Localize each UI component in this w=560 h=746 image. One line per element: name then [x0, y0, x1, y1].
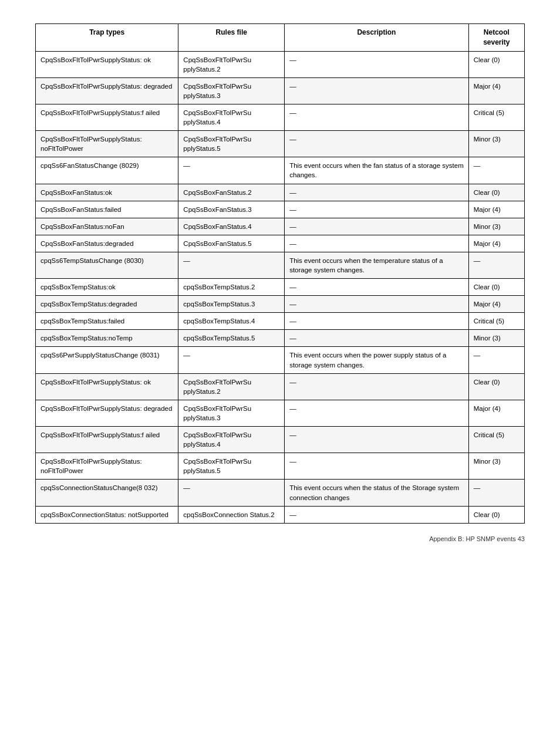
table-cell-7-2: —	[285, 218, 469, 235]
page-footer: Appendix B: HP SNMP events 43	[35, 535, 525, 542]
table-cell-14-1: —	[178, 347, 285, 373]
table-cell-10-3: Clear (0)	[468, 279, 524, 296]
table-cell-8-0: CpqSsBoxFanStatus:degraded	[36, 235, 178, 252]
table-cell-15-1: CpqSsBoxFltTolPwrSu pplyStatus.2	[178, 373, 285, 400]
table-cell-18-1: CpqSsBoxFltTolPwrSu pplyStatus.5	[178, 453, 285, 480]
table-cell-15-3: Clear (0)	[468, 373, 524, 400]
table-cell-11-2: —	[285, 296, 469, 313]
table-cell-11-1: cpqSsBoxTempStatus.3	[178, 296, 285, 313]
header-description: Description	[285, 24, 469, 52]
table-cell-8-2: —	[285, 235, 469, 252]
table-row: cpqSs6TempStatusChange (8030)—This event…	[36, 252, 525, 278]
table-row: CpqSsBoxFanStatus:noFanCpqSsBoxFanStatus…	[36, 218, 525, 235]
table-cell-12-0: cpqSsBoxTempStatus:failed	[36, 313, 178, 330]
table-row: CpqSsBoxFltTolPwrSupplyStatus: degradedC…	[36, 400, 525, 426]
table-cell-20-3: Clear (0)	[468, 506, 524, 523]
table-cell-10-1: cpqSsBoxTempStatus.2	[178, 279, 285, 296]
table-cell-17-3: Critical (5)	[468, 427, 524, 453]
table-cell-14-3: —	[468, 347, 524, 373]
table-cell-0-0: CpqSsBoxFltTolPwrSupplyStatus: ok	[36, 51, 178, 77]
table-cell-6-3: Major (4)	[468, 201, 524, 218]
table-cell-9-3: —	[468, 252, 524, 278]
table-cell-3-3: Minor (3)	[468, 131, 524, 157]
table-cell-16-0: CpqSsBoxFltTolPwrSupplyStatus: degraded	[36, 400, 178, 426]
table-row: CpqSsBoxFltTolPwrSupplyStatus: okCpqSsBo…	[36, 373, 525, 400]
table-cell-7-0: CpqSsBoxFanStatus:noFan	[36, 218, 178, 235]
table-cell-12-2: —	[285, 313, 469, 330]
table-row: cpqSsConnectionStatusChange(8 032)—This …	[36, 480, 525, 506]
footer-text: Appendix B: HP SNMP events 43	[429, 535, 525, 542]
table-cell-11-3: Major (4)	[468, 296, 524, 313]
table-cell-2-0: CpqSsBoxFltTolPwrSupplyStatus:f ailed	[36, 104, 178, 130]
table-row: cpqSsBoxConnectionStatus: notSupportedcp…	[36, 506, 525, 523]
table-cell-19-0: cpqSsConnectionStatusChange(8 032)	[36, 480, 178, 506]
table-row: cpqSsBoxTempStatus:noTempcpqSsBoxTempSta…	[36, 330, 525, 347]
page-container: Trap types Rules file Description Netcoo…	[35, 23, 525, 542]
table-cell-3-1: CpqSsBoxFltTolPwrSu pplyStatus.5	[178, 131, 285, 157]
table-cell-1-1: CpqSsBoxFltTolPwrSu pplyStatus.3	[178, 77, 285, 104]
table-cell-4-2: This event occurs when the fan status of…	[285, 157, 469, 184]
table-cell-14-0: cpqSs6PwrSupplyStatusChange (8031)	[36, 347, 178, 373]
table-cell-2-3: Critical (5)	[468, 104, 524, 130]
table-cell-16-1: CpqSsBoxFltTolPwrSu pplyStatus.3	[178, 400, 285, 426]
table-cell-13-3: Minor (3)	[468, 330, 524, 347]
table-cell-6-0: CpqSsBoxFanStatus:failed	[36, 201, 178, 218]
table-cell-2-1: CpqSsBoxFltTolPwrSu pplyStatus.4	[178, 104, 285, 130]
table-cell-10-2: —	[285, 279, 469, 296]
table-cell-17-1: CpqSsBoxFltTolPwrSu pplyStatus.4	[178, 427, 285, 453]
table-header-row: Trap types Rules file Description Netcoo…	[36, 24, 525, 52]
table-cell-15-0: CpqSsBoxFltTolPwrSupplyStatus: ok	[36, 373, 178, 400]
table-row: cpqSsBoxTempStatus:failedcpqSsBoxTempSta…	[36, 313, 525, 330]
table-cell-15-2: —	[285, 373, 469, 400]
table-cell-6-2: —	[285, 201, 469, 218]
table-cell-18-0: CpqSsBoxFltTolPwrSupplyStatus: noFltTolP…	[36, 453, 178, 480]
table-cell-0-2: —	[285, 51, 469, 77]
table-cell-13-2: —	[285, 330, 469, 347]
table-cell-13-1: cpqSsBoxTempStatus.5	[178, 330, 285, 347]
table-cell-7-3: Minor (3)	[468, 218, 524, 235]
table-cell-5-1: CpqSsBoxFanStatus.2	[178, 184, 285, 201]
table-row: cpqSs6FanStatusChange (8029)—This event …	[36, 157, 525, 184]
table-row: cpqSs6PwrSupplyStatusChange (8031)—This …	[36, 347, 525, 373]
table-cell-1-2: —	[285, 77, 469, 104]
table-cell-14-2: This event occurs when the power supply …	[285, 347, 469, 373]
table-row: CpqSsBoxFltTolPwrSupplyStatus:f ailedCpq…	[36, 104, 525, 130]
table-cell-4-1: —	[178, 157, 285, 184]
table-row: CpqSsBoxFltTolPwrSupplyStatus: degradedC…	[36, 77, 525, 104]
table-cell-0-3: Clear (0)	[468, 51, 524, 77]
trap-types-table: Trap types Rules file Description Netcoo…	[35, 23, 525, 524]
table-cell-9-0: cpqSs6TempStatusChange (8030)	[36, 252, 178, 278]
table-cell-4-3: —	[468, 157, 524, 184]
table-cell-20-0: cpqSsBoxConnectionStatus: notSupported	[36, 506, 178, 523]
table-row: CpqSsBoxFltTolPwrSupplyStatus: okCpqSsBo…	[36, 51, 525, 77]
table-cell-18-2: —	[285, 453, 469, 480]
table-row: CpqSsBoxFltTolPwrSupplyStatus: noFltTolP…	[36, 131, 525, 157]
table-row: CpqSsBoxFanStatus:degradedCpqSsBoxFanSta…	[36, 235, 525, 252]
table-cell-11-0: cpqSsBoxTempStatus:degraded	[36, 296, 178, 313]
table-cell-7-1: CpqSsBoxFanStatus.4	[178, 218, 285, 235]
table-cell-10-0: cpqSsBoxTempStatus:ok	[36, 279, 178, 296]
table-row: CpqSsBoxFltTolPwrSupplyStatus: noFltTolP…	[36, 453, 525, 480]
table-cell-19-2: This event occurs when the status of the…	[285, 480, 469, 506]
table-cell-16-3: Major (4)	[468, 400, 524, 426]
table-cell-1-3: Major (4)	[468, 77, 524, 104]
header-rules-file: Rules file	[178, 24, 285, 52]
table-cell-12-1: cpqSsBoxTempStatus.4	[178, 313, 285, 330]
table-cell-8-3: Major (4)	[468, 235, 524, 252]
table-row: CpqSsBoxFltTolPwrSupplyStatus:f ailedCpq…	[36, 427, 525, 453]
table-cell-9-1: —	[178, 252, 285, 278]
table-cell-1-0: CpqSsBoxFltTolPwrSupplyStatus: degraded	[36, 77, 178, 104]
table-cell-13-0: cpqSsBoxTempStatus:noTemp	[36, 330, 178, 347]
table-cell-2-2: —	[285, 104, 469, 130]
table-cell-4-0: cpqSs6FanStatusChange (8029)	[36, 157, 178, 184]
table-row: CpqSsBoxFanStatus:okCpqSsBoxFanStatus.2—…	[36, 184, 525, 201]
table-cell-6-1: CpqSsBoxFanStatus.3	[178, 201, 285, 218]
header-netcool-severity: Netcool severity	[468, 24, 524, 52]
table-cell-17-2: —	[285, 427, 469, 453]
table-cell-20-2: —	[285, 506, 469, 523]
table-cell-0-1: CpqSsBoxFltTolPwrSu pplyStatus.2	[178, 51, 285, 77]
table-row: CpqSsBoxFanStatus:failedCpqSsBoxFanStatu…	[36, 201, 525, 218]
table-cell-18-3: Minor (3)	[468, 453, 524, 480]
table-cell-9-2: This event occurs when the temperature s…	[285, 252, 469, 278]
table-cell-8-1: CpqSsBoxFanStatus.5	[178, 235, 285, 252]
